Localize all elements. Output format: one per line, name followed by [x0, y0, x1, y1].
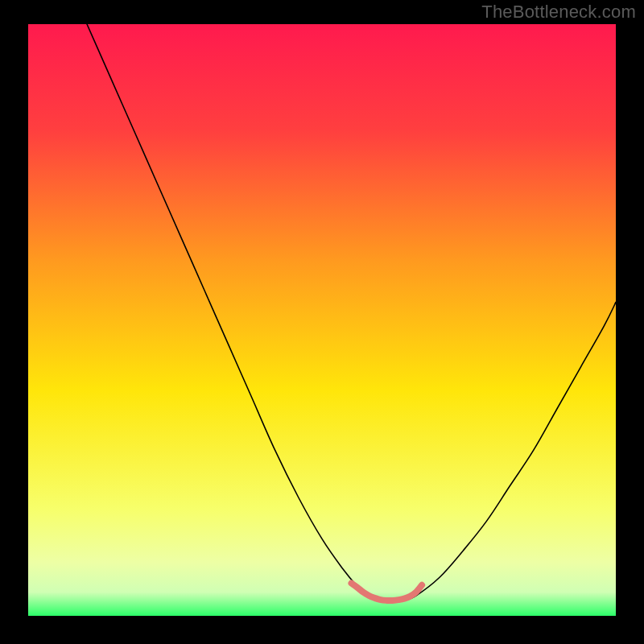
- plot-area: [28, 24, 616, 616]
- flat-highlight: [352, 584, 423, 601]
- bottleneck-curve: [87, 24, 616, 601]
- chart-frame: TheBottleneck.com: [0, 0, 644, 644]
- series-layer: [28, 24, 616, 616]
- watermark-text: TheBottleneck.com: [481, 2, 636, 23]
